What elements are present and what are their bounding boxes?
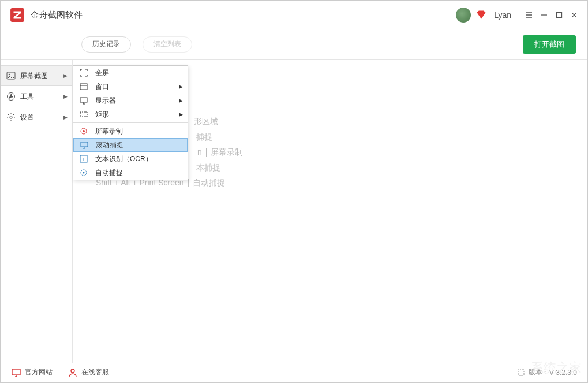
svg-rect-8 xyxy=(80,112,87,117)
footer-website-link[interactable]: 官方网站 xyxy=(11,367,53,378)
scroll-icon xyxy=(80,140,89,150)
sidebar-item-settings[interactable]: 设置 ▶ xyxy=(1,107,72,128)
footer-support-link[interactable]: 在线客服 xyxy=(68,367,109,378)
submenu-item-auto[interactable]: 自动捕捉 xyxy=(73,166,188,180)
svg-point-3 xyxy=(9,74,10,76)
svg-rect-6 xyxy=(80,84,87,90)
gem-icon[interactable] xyxy=(475,9,487,21)
separator xyxy=(73,122,188,123)
footer-link-label: 在线客服 xyxy=(81,367,109,377)
svg-text:T: T xyxy=(82,157,85,162)
footer: 官方网站 在线客服 版本：V 3.2.3.0 xyxy=(1,362,587,382)
app-logo-icon xyxy=(10,8,25,23)
submenu-item-window[interactable]: 窗口 ▶ xyxy=(73,80,188,94)
close-button[interactable] xyxy=(567,8,582,23)
svg-rect-18 xyxy=(518,370,524,375)
app-title: 金舟截图软件 xyxy=(31,10,83,21)
svg-point-10 xyxy=(83,130,85,132)
chevron-right-icon: ▶ xyxy=(63,73,68,79)
image-icon xyxy=(6,71,16,80)
chevron-right-icon: ▶ xyxy=(179,84,183,90)
clear-list-button: 清空列表 xyxy=(143,36,192,53)
sidebar-item-screenshot[interactable]: 屏幕截图 ▶ xyxy=(1,65,72,86)
sidebar: 屏幕截图 ▶ 工具 ▶ 设置 ▶ xyxy=(1,60,73,363)
submenu-item-label: 文本识别（OCR） xyxy=(95,154,152,164)
submenu-item-record[interactable]: 屏幕录制 xyxy=(73,124,188,138)
wrench-icon xyxy=(6,92,16,101)
maximize-button[interactable] xyxy=(552,8,567,23)
chevron-right-icon: ▶ xyxy=(63,94,68,99)
svg-rect-1 xyxy=(557,13,562,18)
record-icon xyxy=(79,127,88,136)
menu-button[interactable] xyxy=(522,8,537,23)
toolbar: 历史记录 清空列表 打开截图 xyxy=(1,29,587,60)
open-capture-button[interactable]: 打开截图 xyxy=(523,35,576,54)
ocr-icon: T xyxy=(79,154,88,163)
update-icon xyxy=(517,369,525,377)
titlebar: 金舟截图软件 Lyan xyxy=(1,1,587,29)
chevron-right-icon: ▶ xyxy=(63,114,68,120)
submenu-item-label: 自动捕捉 xyxy=(95,168,123,178)
submenu-item-label: 窗口 xyxy=(95,82,109,92)
submenu-item-label: 显示器 xyxy=(95,96,116,106)
submenu-item-ocr[interactable]: T 文本识别（OCR） xyxy=(73,152,188,166)
version-label: 版本：V 3.2.3.0 xyxy=(517,367,577,377)
footer-link-label: 官方网站 xyxy=(25,367,53,377)
fullscreen-icon xyxy=(79,68,88,77)
website-icon xyxy=(11,367,21,378)
submenu-item-label: 屏幕录制 xyxy=(95,127,123,136)
auto-icon xyxy=(79,168,88,177)
submenu-item-scroll[interactable]: 滚动捕捉 xyxy=(73,138,188,152)
main: 屏幕截图 ▶ 工具 ▶ 设置 ▶ 全屏 窗口 ▶ xyxy=(1,60,587,363)
svg-point-17 xyxy=(71,369,74,373)
chevron-right-icon: ▶ xyxy=(179,98,183,103)
svg-rect-16 xyxy=(12,369,20,375)
submenu-item-rect[interactable]: 矩形 ▶ xyxy=(73,107,188,121)
history-button[interactable]: 历史记录 xyxy=(81,36,131,53)
username[interactable]: Lyan xyxy=(494,10,511,20)
svg-point-5 xyxy=(10,116,12,118)
sidebar-item-label: 工具 xyxy=(20,92,34,102)
avatar[interactable] xyxy=(456,8,471,23)
svg-rect-7 xyxy=(80,98,87,102)
chevron-right-icon: ▶ xyxy=(179,111,183,117)
window-icon xyxy=(79,82,88,91)
submenu-item-label: 滚动捕捉 xyxy=(96,140,123,150)
gear-icon xyxy=(6,113,16,122)
svg-rect-11 xyxy=(81,142,88,147)
sidebar-item-tools[interactable]: 工具 ▶ xyxy=(1,86,72,107)
svg-point-15 xyxy=(83,172,85,174)
sidebar-item-label: 屏幕截图 xyxy=(20,71,48,81)
submenu-screenshot: 全屏 窗口 ▶ 显示器 ▶ 矩形 ▶ 屏幕录制 滚动捕捉 T 文本识别（OCR） xyxy=(73,65,188,180)
submenu-item-label: 全屏 xyxy=(95,68,109,78)
minimize-button[interactable] xyxy=(537,8,552,23)
submenu-item-monitor[interactable]: 显示器 ▶ xyxy=(73,94,188,107)
sidebar-item-label: 设置 xyxy=(20,113,34,122)
submenu-item-fullscreen[interactable]: 全屏 xyxy=(73,66,188,80)
rect-icon xyxy=(79,110,88,119)
submenu-item-label: 矩形 xyxy=(95,110,109,120)
support-icon xyxy=(68,367,78,378)
monitor-icon xyxy=(79,96,88,105)
